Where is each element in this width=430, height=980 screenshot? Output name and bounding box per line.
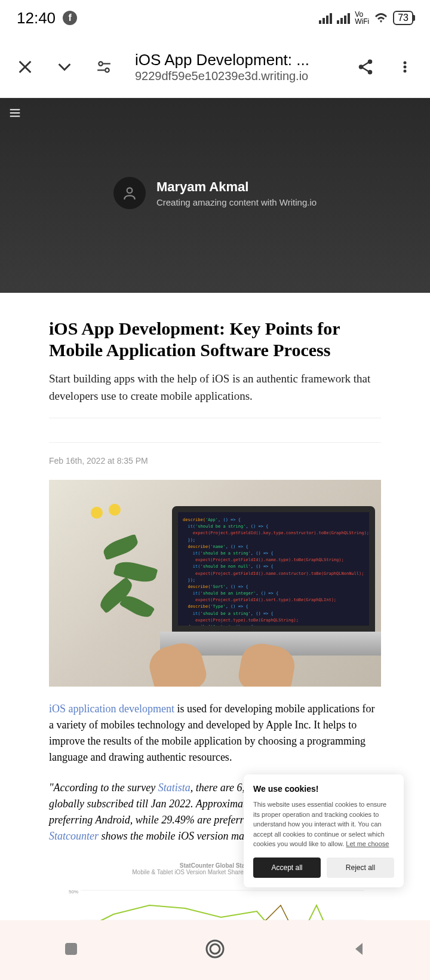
cookie-banner: We use cookies! This website uses essent…: [244, 774, 404, 887]
reject-all-button[interactable]: Reject all: [327, 858, 394, 878]
avatar[interactable]: [113, 177, 146, 209]
wifi-label: VoWiFi: [355, 11, 369, 25]
battery-indicator: 73: [393, 11, 413, 25]
status-time: 12:40: [17, 9, 56, 27]
author-tagline: Creating amazing content with Writing.io: [156, 197, 317, 207]
svg-point-15: [127, 188, 133, 193]
article-title: iOS App Development: Key Points for Mobi…: [49, 318, 381, 361]
system-nav-bar: [0, 920, 430, 980]
wifi-icon: [374, 12, 388, 24]
browser-bar: iOS App Development: ... 9229df59e5e1023…: [0, 36, 430, 98]
link-ios-dev[interactable]: iOS application development: [49, 703, 174, 715]
article-hero-image: describe('App', () => { it('should be a …: [49, 480, 381, 687]
svg-text:50%: 50%: [69, 889, 78, 895]
signal-icon: [319, 12, 332, 24]
recent-apps-icon[interactable]: [63, 941, 79, 960]
close-icon[interactable]: [13, 55, 37, 79]
link-statcounter[interactable]: Statcounter: [49, 830, 99, 842]
svg-point-0: [99, 62, 103, 66]
hamburger-icon[interactable]: [8, 106, 22, 122]
author-name: Maryam Akmal: [156, 179, 317, 195]
svg-line-8: [363, 68, 368, 71]
svg-point-25: [207, 941, 223, 957]
status-bar: 12:40 f VoWiFi 73: [0, 0, 430, 36]
more-icon[interactable]: [393, 55, 417, 79]
back-icon[interactable]: [351, 941, 367, 960]
facebook-icon: f: [63, 11, 77, 25]
accept-all-button[interactable]: Accept all: [253, 858, 321, 878]
page-url: 9229df59e5e10239e3d.writing.io: [135, 69, 338, 83]
cookie-title: We use cookies!: [253, 784, 394, 794]
settings-sliders-icon[interactable]: [92, 55, 116, 79]
cookie-choose-link[interactable]: Let me choose: [346, 840, 389, 847]
page-title: iOS App Development: ...: [135, 51, 338, 69]
svg-point-2: [105, 68, 109, 72]
svg-point-26: [210, 944, 220, 954]
svg-point-9: [404, 61, 407, 64]
chevron-down-icon[interactable]: [53, 55, 76, 79]
svg-rect-24: [65, 943, 77, 955]
article-paragraph-1: iOS application development is used for …: [49, 701, 381, 765]
svg-line-7: [363, 62, 368, 66]
cookie-text: This website uses essential cookies to e…: [253, 800, 394, 849]
article-subtitle: Start building apps with the help of iOS…: [49, 370, 381, 418]
share-icon[interactable]: [354, 55, 377, 79]
article-timestamp: Feb 16th, 2022 at 8:35 PM: [49, 456, 381, 466]
svg-point-11: [404, 69, 407, 72]
home-icon[interactable]: [204, 938, 226, 962]
link-statista[interactable]: Statista: [158, 782, 191, 794]
svg-point-10: [404, 65, 407, 68]
hero-section: Maryam Akmal Creating amazing content wi…: [0, 98, 430, 293]
signal-icon-2: [337, 12, 350, 24]
